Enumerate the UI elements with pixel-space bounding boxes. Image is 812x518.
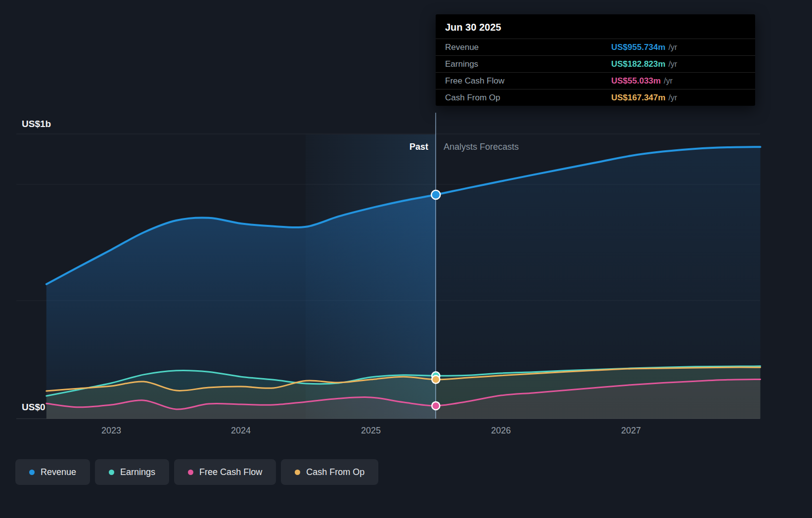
legend-item-free-cash-flow[interactable]: Free Cash Flow xyxy=(174,459,276,485)
tooltip-date: Jun 30 2025 xyxy=(436,14,755,39)
tooltip-value: US$167.347m/yr xyxy=(611,93,677,103)
free-cash-flow-divider-marker[interactable] xyxy=(432,402,440,410)
analysts-forecasts-label: Analysts Forecasts xyxy=(444,142,519,152)
tooltip-value: US$182.823m/yr xyxy=(611,59,677,69)
legend-label: Cash From Op xyxy=(306,467,364,477)
legend-label: Free Cash Flow xyxy=(199,467,262,477)
tooltip-panel: Jun 30 2025 Revenue US$955.734m/yr Earni… xyxy=(436,14,755,106)
x-tick-2026: 2026 xyxy=(491,426,511,436)
tooltip-row-earnings: Earnings US$182.823m/yr xyxy=(436,55,755,72)
tooltip-label: Earnings xyxy=(445,59,611,69)
tooltip-unit: /yr xyxy=(664,77,673,86)
x-tick-2025: 2025 xyxy=(361,426,381,436)
tooltip-unit: /yr xyxy=(669,60,677,69)
legend-item-cash-from-op[interactable]: Cash From Op xyxy=(281,459,378,485)
tooltip-unit: /yr xyxy=(669,93,677,102)
legend-item-revenue[interactable]: Revenue xyxy=(15,459,90,485)
tooltip-unit: /yr xyxy=(669,43,677,52)
tooltip-row-revenue: Revenue US$955.734m/yr xyxy=(436,39,755,55)
tooltip-row-free-cash-flow: Free Cash Flow US$55.033m/yr xyxy=(436,72,755,89)
free-cash-flow-color-dot xyxy=(188,470,193,475)
x-tick-2023: 2023 xyxy=(101,426,121,436)
tooltip-row-cash-from-op: Cash From Op US$167.347m/yr xyxy=(436,89,755,106)
tooltip-label: Revenue xyxy=(445,43,611,52)
legend-label: Revenue xyxy=(41,467,76,477)
tooltip-label: Cash From Op xyxy=(445,93,611,103)
y-axis-label-top: US$1b xyxy=(22,119,51,130)
tooltip-label: Free Cash Flow xyxy=(445,76,611,86)
tooltip-value: US$55.033m/yr xyxy=(611,76,673,86)
earnings-color-dot xyxy=(109,470,114,475)
revenue-color-dot xyxy=(29,470,35,475)
tooltip-value: US$955.734m/yr xyxy=(611,43,677,52)
earnings-revenue-growth-chart: US$1b US$0 Past Analysts Forecasts 2023 … xyxy=(0,0,812,518)
x-tick-2024: 2024 xyxy=(231,426,251,436)
x-tick-2027: 2027 xyxy=(621,426,641,436)
legend-label: Earnings xyxy=(120,467,155,477)
revenue-divider-marker[interactable] xyxy=(431,190,440,199)
cash-from-op-color-dot xyxy=(295,470,300,475)
y-axis-label-bottom: US$0 xyxy=(22,402,45,413)
legend: Revenue Earnings Free Cash Flow Cash Fro… xyxy=(15,459,378,485)
cash-from-op-divider-marker[interactable] xyxy=(432,376,440,384)
legend-item-earnings[interactable]: Earnings xyxy=(95,459,169,485)
past-label: Past xyxy=(409,142,428,152)
